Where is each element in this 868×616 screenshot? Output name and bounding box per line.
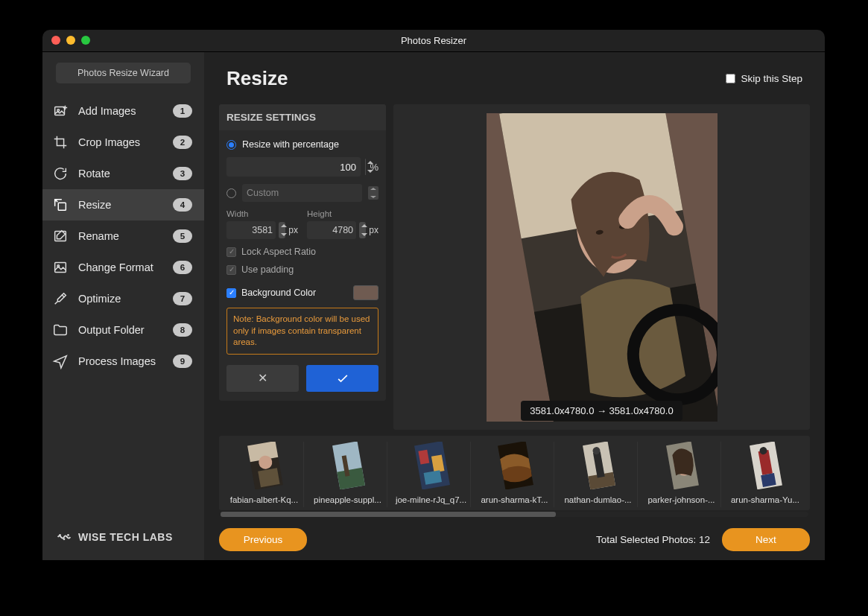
thumbnail-strip[interactable]: fabian-albert-Kq... pineapple-suppl... j…: [219, 436, 810, 510]
maximize-icon[interactable]: [81, 36, 90, 45]
next-button[interactable]: Next: [722, 528, 810, 551]
use-padding-checkbox[interactable]: Use padding: [226, 264, 378, 275]
sidebar-items: Add Images 1 Crop Images 2 Rotate 3 Resi…: [42, 95, 204, 529]
confirm-button[interactable]: [306, 365, 378, 392]
chevron-updown-icon[interactable]: [368, 186, 378, 200]
sidebar-item-badge: 8: [173, 323, 192, 337]
thumbnail-item[interactable]: joe-milne-rJq_q7...: [392, 442, 471, 507]
preview-image: [487, 113, 717, 422]
dimensions-badge: 3581.0x4780.0 → 3581.0x4780.0: [521, 401, 682, 421]
sidebar-item-rotate[interactable]: Rotate 3: [42, 158, 204, 189]
close-icon[interactable]: [51, 36, 60, 45]
preview-panel: 3581.0x4780.0 → 3581.0x4780.0: [393, 104, 810, 430]
wizard-button[interactable]: Photos Resize Wizard: [56, 63, 191, 83]
brand-icon: [56, 529, 72, 545]
checkbox-icon: [226, 265, 236, 275]
brand-logo: WISE TECH LABS: [42, 529, 204, 551]
checkbox-icon: [226, 288, 236, 298]
main-area: Resize Skip this Step RESIZE SETTINGS Re…: [204, 52, 825, 560]
sidebar: Photos Resize Wizard Add Images 1 Crop I…: [42, 52, 204, 560]
page-header: Resize Skip this Step: [204, 52, 825, 104]
thumbnail-name: joe-milne-rJq_q7...: [392, 495, 470, 507]
previous-button[interactable]: Previous: [219, 528, 307, 551]
sidebar-item-badge: 4: [173, 198, 192, 212]
sidebar-item-output-folder[interactable]: Output Folder 8: [42, 314, 204, 346]
resize-settings-panel: RESIZE SETTINGS Resize with percentage %: [219, 104, 386, 430]
skip-step-checkbox[interactable]: Skip this Step: [726, 73, 802, 84]
checkbox-label: Background Color: [241, 288, 316, 298]
custom-select-value: Custom: [247, 188, 279, 198]
change-format-icon: [51, 258, 69, 276]
percentage-input[interactable]: [226, 157, 361, 177]
thumbnail-name: fabian-albert-Kq...: [225, 495, 303, 507]
sidebar-item-crop-images[interactable]: Crop Images 2: [42, 127, 204, 158]
thumbnail-image: [577, 442, 619, 489]
height-label: Height: [307, 209, 378, 218]
thumbnail-item[interactable]: pineapple-suppl...: [308, 442, 387, 507]
width-col: Width px: [226, 209, 298, 239]
sidebar-item-resize[interactable]: Resize 4: [42, 189, 204, 220]
folder-icon: [51, 321, 69, 339]
sidebar-item-add-images[interactable]: Add Images 1: [42, 95, 204, 127]
sidebar-item-badge: 9: [173, 355, 192, 368]
skip-step-label: Skip this Step: [741, 73, 802, 84]
radio-icon: [226, 140, 236, 150]
thumbnail-image: [244, 442, 285, 489]
svg-point-6: [59, 534, 61, 536]
background-color-note: Note: Background color will be used only…: [226, 308, 378, 355]
settings-header: RESIZE SETTINGS: [219, 104, 386, 130]
sidebar-item-optimize[interactable]: Optimize 7: [42, 283, 204, 314]
thumbnail-item[interactable]: arun-sharma-Yu...: [726, 442, 805, 507]
lock-aspect-checkbox[interactable]: Lock Aspect Ratio: [226, 247, 378, 257]
thumbnail-scrollbar[interactable]: [221, 512, 808, 517]
title-bar: Photos Resizer: [42, 30, 825, 52]
radio-resize-percentage[interactable]: Resize with percentage: [226, 139, 378, 150]
settings-action-row: ✕: [226, 365, 378, 392]
skip-step-input[interactable]: [726, 74, 735, 83]
width-input[interactable]: [226, 221, 276, 239]
sidebar-item-badge: 2: [173, 136, 192, 149]
width-stepper[interactable]: [279, 222, 285, 238]
sidebar-item-change-format[interactable]: Change Format 6: [42, 252, 204, 283]
sidebar-item-label: Output Folder: [78, 324, 164, 336]
thumbnail-item[interactable]: arun-sharma-kT...: [475, 442, 554, 507]
sidebar-item-label: Change Format: [78, 261, 164, 273]
background-color-checkbox[interactable]: Background Color: [226, 285, 378, 300]
settings-body: Resize with percentage % Custom: [219, 130, 386, 401]
sidebar-item-label: Optimize: [78, 293, 164, 305]
checkbox-icon: [226, 247, 236, 257]
thumbnail-image: [744, 442, 786, 489]
sidebar-item-label: Rename: [78, 230, 164, 242]
thumbnail-name: pineapple-suppl...: [308, 495, 387, 507]
sidebar-item-badge: 3: [173, 167, 192, 180]
checkbox-label: Use padding: [241, 264, 294, 275]
cancel-button[interactable]: ✕: [226, 365, 299, 392]
thumbnail-item[interactable]: fabian-albert-Kq...: [225, 442, 304, 507]
page-title: Resize: [226, 67, 726, 90]
height-input[interactable]: [307, 221, 356, 239]
thumbnail-item[interactable]: nathan-dumlao-...: [559, 442, 638, 507]
thumbnail-image: [327, 442, 369, 489]
background-color-swatch[interactable]: [353, 285, 378, 300]
minimize-icon[interactable]: [66, 36, 75, 45]
rotate-icon: [51, 165, 69, 182]
thumbnail-name: nathan-dumlao-...: [559, 495, 637, 507]
rename-icon: [51, 227, 69, 245]
sidebar-item-label: Process Images: [78, 355, 164, 367]
app-window: Photos Resizer Photos Resize Wizard Add …: [42, 30, 825, 560]
thumbnail-name: parker-johnson-...: [642, 495, 720, 507]
sidebar-item-process-images[interactable]: Process Images 9: [42, 346, 204, 377]
radio-custom[interactable]: Custom: [226, 184, 378, 202]
sidebar-item-label: Rotate: [78, 168, 164, 180]
window-title: Photos Resizer: [401, 35, 466, 46]
thumbnail-image: [411, 442, 452, 489]
svg-rect-37: [761, 473, 776, 487]
percentage-input-row: %: [226, 157, 378, 177]
custom-preset-select[interactable]: Custom: [242, 184, 362, 202]
radio-label: Resize with percentage: [242, 139, 339, 150]
check-icon: [335, 371, 350, 386]
svg-point-7: [63, 538, 66, 540]
thumbnail-item[interactable]: parker-johnson-...: [642, 442, 721, 507]
sidebar-item-rename[interactable]: Rename 5: [42, 220, 204, 252]
height-stepper[interactable]: [359, 222, 366, 238]
